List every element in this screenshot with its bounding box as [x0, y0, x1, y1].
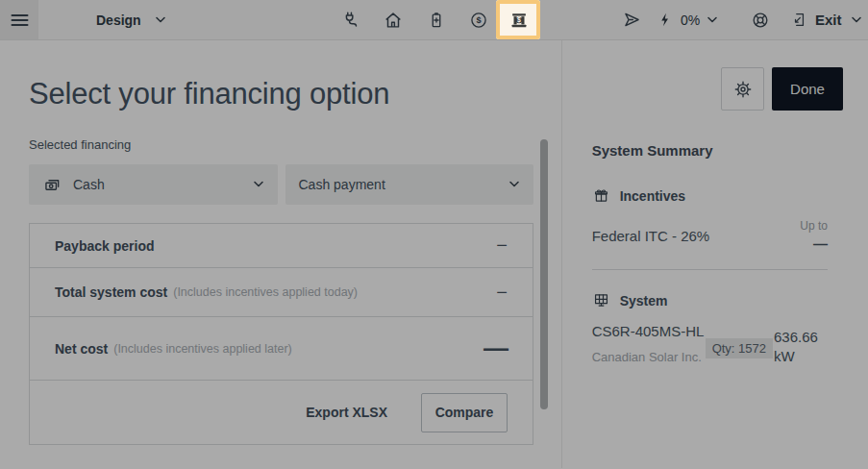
- system-capacity: 636.66 kW: [774, 328, 828, 367]
- collapse-minus-icon[interactable]: −: [496, 282, 508, 304]
- module-manufacturer: Canadian Solar Inc.: [592, 350, 706, 364]
- incentive-value: Up to —: [800, 219, 828, 252]
- section-divider: [592, 269, 828, 270]
- solar-panel-icon: [592, 291, 610, 309]
- financing-metrics-card: Payback period − Total system cost (Incl…: [29, 223, 533, 445]
- payment-option-select[interactable]: Cash payment: [285, 164, 534, 205]
- bank-dollar-glyph: $: [516, 16, 520, 24]
- module-qty-badge: Qty: 1572: [706, 338, 773, 358]
- module-name: CS6R-405MS-HL: [592, 322, 706, 341]
- chevron-down-icon: [508, 181, 520, 188]
- design-menu[interactable]: Design: [96, 0, 166, 39]
- row-title: Payback period: [55, 238, 155, 254]
- design-menu-label: Design: [96, 12, 141, 28]
- help-button[interactable]: [748, 0, 773, 39]
- incentive-item: Federal ITC - 26% Up to —: [592, 219, 828, 252]
- net-cost-row[interactable]: Net cost (Includes incentives applied la…: [30, 317, 533, 381]
- summary-sections: Incentives Federal ITC - 26% Up to — Sys…: [592, 186, 843, 367]
- compare-button[interactable]: Compare: [421, 393, 508, 432]
- exit-label: Exit: [815, 12, 842, 28]
- exit-menu[interactable]: Exit: [788, 0, 862, 39]
- row-title: Total system cost: [55, 284, 167, 300]
- wiring-tool-button[interactable]: [338, 0, 363, 39]
- up-to-label: Up to: [800, 219, 828, 233]
- chevron-down-icon: [253, 181, 264, 188]
- done-button[interactable]: Done: [772, 67, 843, 111]
- chevron-down-icon: [707, 16, 718, 24]
- financing-tool-button[interactable]: $: [497, 0, 540, 39]
- chevron-down-icon: [155, 16, 166, 24]
- incentives-heading: Incentives: [620, 188, 685, 204]
- bank-icon: $: [508, 10, 530, 31]
- app-window: Design $ $: [0, 0, 868, 469]
- gear-icon: [732, 79, 754, 100]
- chevron-down-icon: [851, 16, 862, 24]
- dollar-glyph: $: [477, 15, 482, 25]
- collapse-minus-icon[interactable]: −: [496, 234, 508, 257]
- lightning-icon: [657, 11, 674, 29]
- incentives-section-header: Incentives: [592, 186, 828, 205]
- incentive-name: Federal ITC - 26%: [592, 228, 710, 244]
- card-footer: Export XLSX Compare: [30, 381, 533, 444]
- top-toolbar: Design $ $: [0, 0, 868, 40]
- lifebuoy-icon: [751, 11, 770, 30]
- row-title: Net cost: [55, 341, 108, 357]
- financing-main: Select your financing option Selected fi…: [0, 40, 561, 468]
- payment-option-value: Cash payment: [299, 177, 385, 192]
- financing-type-select[interactable]: Cash: [29, 164, 278, 205]
- menu-button[interactable]: [0, 0, 38, 39]
- empty-value-dash: —: [484, 333, 508, 363]
- pricing-tool-button[interactable]: $: [466, 0, 491, 39]
- battery-icon: [427, 10, 446, 31]
- row-note: (Includes incentives applied today): [173, 285, 358, 299]
- panel-actions: Done: [592, 67, 843, 111]
- cash-icon: [42, 175, 62, 195]
- dollar-coin-icon: $: [469, 11, 488, 30]
- content-area: Select your financing option Selected fi…: [0, 40, 868, 468]
- energy-offset-menu[interactable]: 0%: [657, 0, 718, 39]
- home-tool-button[interactable]: [381, 0, 406, 39]
- system-heading: System: [620, 293, 668, 309]
- system-summary-title: System Summary: [592, 142, 843, 159]
- home-icon: [383, 10, 404, 31]
- payback-period-row[interactable]: Payback period −: [30, 224, 533, 268]
- summary-panel: Done System Summary Incentives Federal I…: [561, 40, 868, 468]
- selected-financing-label: Selected financing: [29, 137, 561, 152]
- row-note: (Includes incentives applied later): [113, 342, 292, 356]
- plug-icon: [340, 10, 361, 31]
- battery-tool-button[interactable]: [424, 0, 449, 39]
- send-for-review-button[interactable]: [619, 0, 644, 39]
- settings-button[interactable]: [721, 67, 764, 111]
- module-info: CS6R-405MS-HL Canadian Solar Inc.: [592, 322, 706, 364]
- page-title: Select your financing option: [29, 77, 561, 111]
- exit-icon: [788, 11, 806, 29]
- vertical-scrollbar[interactable]: [540, 139, 548, 409]
- send-icon: [622, 10, 642, 30]
- financing-selects: Cash Cash payment: [29, 164, 533, 205]
- system-section-header: System: [592, 291, 828, 309]
- total-system-cost-row[interactable]: Total system cost (Includes incentives a…: [30, 268, 533, 317]
- hamburger-icon: [11, 13, 29, 27]
- gift-icon: [592, 186, 610, 205]
- financing-type-value: Cash: [73, 177, 105, 192]
- module-item: CS6R-405MS-HL Canadian Solar Inc. Qty: 1…: [592, 322, 828, 367]
- incentive-amount: —: [800, 235, 828, 252]
- energy-offset-value: 0%: [681, 12, 700, 28]
- export-xlsx-button[interactable]: Export XLSX: [306, 405, 387, 420]
